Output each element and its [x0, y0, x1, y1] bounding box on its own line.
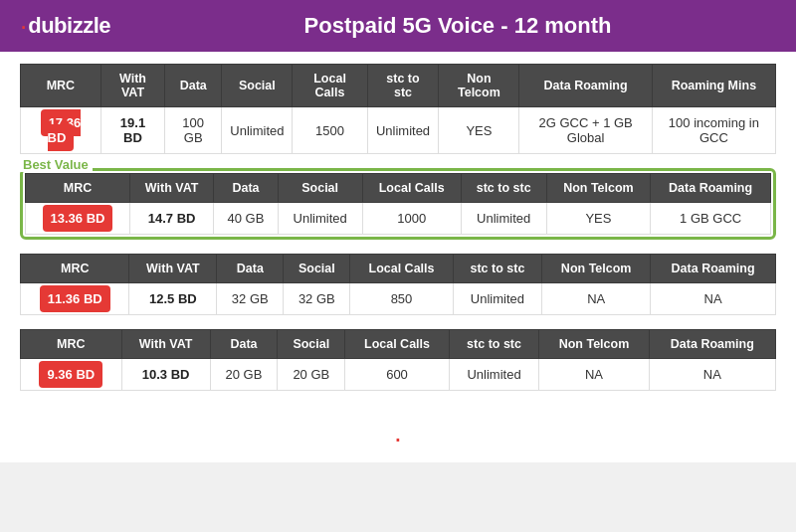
- col-vat-2: With VAT: [130, 174, 214, 203]
- logo-text: dubizzle: [28, 13, 110, 39]
- top-bar: · dubizzle Postpaid 5G Voice - 12 month: [0, 0, 796, 52]
- col-nontelcom-3: Non Telcom: [542, 255, 651, 283]
- col-data-4: Data: [210, 330, 278, 359]
- vat-value-4: 10.3 BD: [121, 359, 210, 391]
- col-mrc-3: MRC: [21, 255, 129, 283]
- plan-block-1: MRC With VAT Data Social Local Calls stc…: [20, 64, 776, 154]
- vat-value-3: 12.5 BD: [129, 283, 217, 315]
- best-value-label: Best Value: [19, 157, 93, 172]
- col-nontelcom-1: Non Telcom: [439, 65, 519, 107]
- page-wrapper: · dubizzle Postpaid 5G Voice - 12 month …: [0, 0, 796, 462]
- col-vat-1: With VAT: [100, 65, 164, 107]
- data-value-1: 100 GB: [165, 107, 222, 154]
- vat-value-1: 19.1 BD: [100, 107, 164, 154]
- social-value-4: 20 GB: [278, 359, 345, 391]
- col-local-3: Local Calls: [350, 255, 453, 283]
- data-value-2: 40 GB: [214, 203, 278, 235]
- col-vat-4: With VAT: [121, 330, 210, 359]
- localcalls-value-1: 1500: [293, 107, 367, 154]
- dataroaming-value-2: 1 GB GCC: [651, 203, 771, 235]
- col-social-1: Social: [222, 65, 293, 107]
- col-mrc-2: MRC: [26, 174, 130, 203]
- roamingmins-value-1: 100 incoming in GCC: [652, 107, 775, 154]
- mrc-value-2: 13.36 BD: [26, 203, 130, 235]
- col-stc-4: stc to stc: [449, 330, 539, 359]
- plan-table-1: MRC With VAT Data Social Local Calls stc…: [20, 64, 776, 154]
- table-row-2: 13.36 BD 14.7 BD 40 GB Unlimited 1000 Un…: [26, 203, 771, 235]
- table-row-3: 11.36 BD 12.5 BD 32 GB 32 GB 850 Unlimit…: [21, 283, 776, 315]
- col-nontelcom-2: Non Telcom: [546, 174, 651, 203]
- col-stc-3: stc to stc: [453, 255, 541, 283]
- footer: ·: [0, 425, 796, 462]
- table-header-row-3: MRC With VAT Data Social Local Calls stc…: [21, 255, 776, 283]
- localcalls-value-2: 1000: [362, 203, 461, 235]
- col-dataroaming-4: Data Roaming: [649, 330, 775, 359]
- col-local-1: Local Calls: [293, 65, 367, 107]
- col-local-4: Local Calls: [345, 330, 450, 359]
- nontelcom-value-3: NA: [542, 283, 651, 315]
- col-mrc-1: MRC: [21, 65, 101, 107]
- plan-block-4: MRC With VAT Data Social Local Calls stc…: [20, 329, 776, 391]
- col-roamingmins-1: Roaming Mins: [652, 65, 775, 107]
- logo-dot: ·: [20, 13, 27, 39]
- footer-dot: ·: [394, 423, 402, 453]
- stc-value-1: Unlimited: [367, 107, 439, 154]
- social-value-3: 32 GB: [284, 283, 350, 315]
- data-value-4: 20 GB: [210, 359, 278, 391]
- plan-table-4: MRC With VAT Data Social Local Calls stc…: [20, 329, 776, 391]
- nontelcom-value-2: YES: [546, 203, 651, 235]
- table-header-row-1: MRC With VAT Data Social Local Calls stc…: [21, 65, 776, 107]
- localcalls-value-3: 850: [350, 283, 453, 315]
- col-nontelcom-4: Non Telcom: [539, 330, 649, 359]
- data-value-3: 32 GB: [217, 283, 284, 315]
- stc-value-4: Unlimited: [449, 359, 539, 391]
- page-title: Postpaid 5G Voice - 12 month: [139, 13, 776, 39]
- nontelcom-value-4: NA: [539, 359, 649, 391]
- col-data-1: Data: [165, 65, 222, 107]
- stc-value-2: Unlimited: [461, 203, 546, 235]
- table-row-4: 9.36 BD 10.3 BD 20 GB 20 GB 600 Unlimite…: [21, 359, 776, 391]
- col-dataroaming-2: Data Roaming: [651, 174, 771, 203]
- col-vat-3: With VAT: [129, 255, 217, 283]
- plan-block-3: MRC With VAT Data Social Local Calls stc…: [20, 254, 776, 315]
- table-header-row-4: MRC With VAT Data Social Local Calls stc…: [21, 330, 776, 359]
- col-data-3: Data: [217, 255, 284, 283]
- nontelcom-value-1: YES: [439, 107, 519, 154]
- col-local-2: Local Calls: [362, 174, 461, 203]
- plan-block-2: Best Value MRC With VAT Data Social Loca…: [20, 168, 776, 240]
- logo-area: · dubizzle: [20, 13, 139, 39]
- col-social-2: Social: [278, 174, 362, 203]
- col-data-2: Data: [214, 174, 278, 203]
- tables-area: MRC With VAT Data Social Local Calls stc…: [0, 52, 796, 425]
- mrc-value-3: 11.36 BD: [21, 283, 129, 315]
- col-stc-1: stc to stc: [367, 65, 439, 107]
- table-row-1: 17.36 BD 19.1 BD 100 GB Unlimited 1500 U…: [21, 107, 776, 154]
- plan-table-3: MRC With VAT Data Social Local Calls stc…: [20, 254, 776, 315]
- social-value-1: Unlimited: [222, 107, 293, 154]
- stc-value-3: Unlimited: [453, 283, 541, 315]
- localcalls-value-4: 600: [345, 359, 450, 391]
- dataroaming-value-3: NA: [651, 283, 776, 315]
- dataroaming-value-1: 2G GCC + 1 GB Global: [519, 107, 652, 154]
- vat-value-2: 14.7 BD: [130, 203, 214, 235]
- table-header-row-2: MRC With VAT Data Social Local Calls stc…: [26, 174, 771, 203]
- mrc-value-4: 9.36 BD: [21, 359, 122, 391]
- plan-table-2: MRC With VAT Data Social Local Calls stc…: [25, 173, 771, 235]
- col-social-3: Social: [284, 255, 350, 283]
- col-social-4: Social: [278, 330, 345, 359]
- social-value-2: Unlimited: [278, 203, 362, 235]
- col-dataroaming-3: Data Roaming: [651, 255, 776, 283]
- col-dataroaming-1: Data Roaming: [519, 65, 652, 107]
- mrc-value-1: 17.36 BD: [21, 107, 101, 154]
- col-stc-2: stc to stc: [461, 174, 546, 203]
- col-mrc-4: MRC: [21, 330, 122, 359]
- dataroaming-value-4: NA: [649, 359, 775, 391]
